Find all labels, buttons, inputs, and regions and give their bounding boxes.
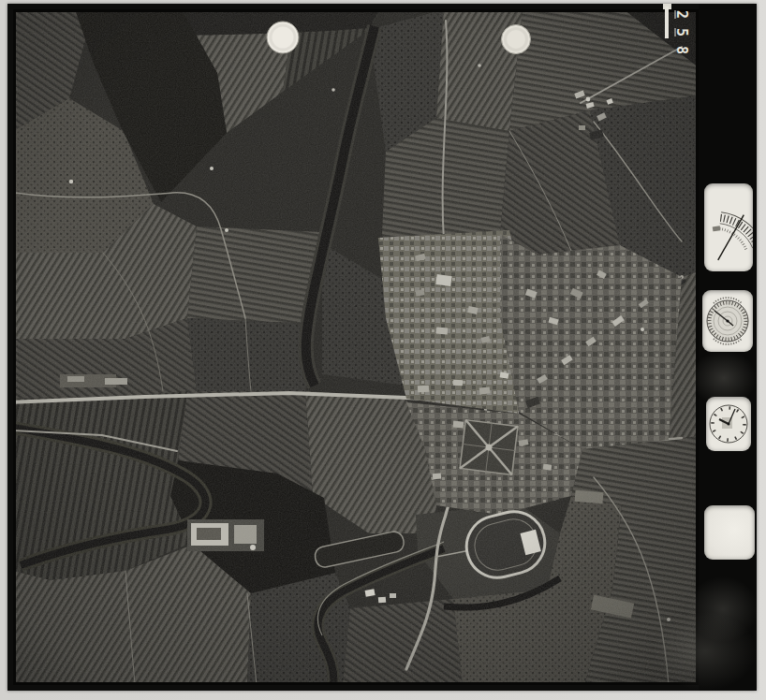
- frame-digit-1: 2: [672, 6, 690, 24]
- tab-edge-mark: [665, 7, 669, 38]
- scanned-aerial-photo-page: 2 5 8: [0, 0, 766, 700]
- blank-data-window: [704, 505, 755, 560]
- frame-number: 2 5 8: [671, 6, 690, 59]
- frame-number-tab: 2 5 8: [663, 4, 691, 66]
- aerial-photo: [13, 9, 699, 685]
- film-grain: [13, 9, 699, 685]
- clock-dial-icon: [706, 397, 751, 451]
- frame-digit-3: 8: [672, 41, 690, 60]
- statoscope-gauge-icon: [704, 183, 753, 271]
- photo-print: 2 5 8: [7, 4, 757, 691]
- altimeter-dial-icon: [702, 290, 753, 352]
- frame-digit-2: 5: [672, 23, 690, 42]
